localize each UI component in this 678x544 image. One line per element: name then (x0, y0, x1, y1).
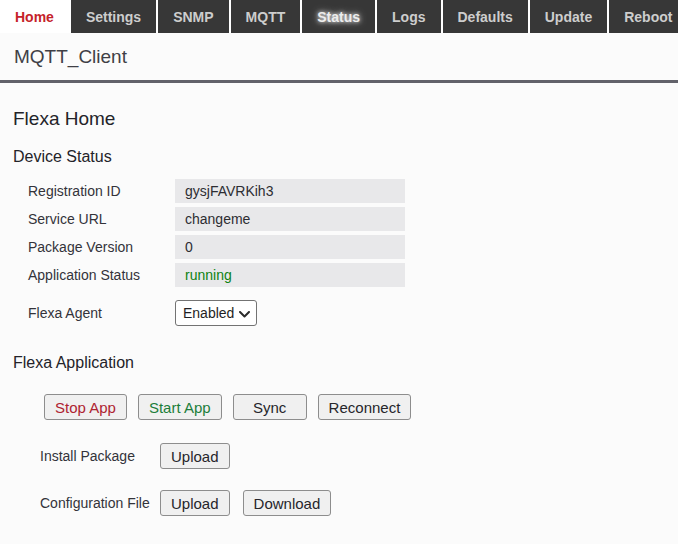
tab-update[interactable]: Update (530, 0, 607, 33)
top-nav: Home Settings SNMP MQTT Status Logs Defa… (0, 0, 678, 33)
package-version-label: Package Version (28, 239, 175, 255)
flexa-agent-selected-value: Enabled (183, 305, 234, 321)
package-version-value: 0 (175, 235, 405, 259)
device-status-fields: Registration ID gysjFAVRKih3 Service URL… (28, 179, 665, 326)
configuration-file-download-button[interactable]: Download (243, 490, 332, 516)
device-status-heading: Device Status (13, 148, 665, 166)
page-title: Flexa Home (13, 108, 665, 130)
tab-mqtt[interactable]: MQTT (231, 0, 301, 33)
configuration-file-upload-button[interactable]: Upload (160, 490, 230, 516)
tab-home[interactable]: Home (0, 0, 69, 33)
field-row-application-status: Application Status running (28, 263, 665, 287)
app-title: MQTT_Client (14, 46, 664, 68)
tab-settings[interactable]: Settings (71, 0, 156, 33)
field-row-flexa-agent: Flexa Agent Enabled (28, 300, 665, 326)
device-status-section: Device Status Registration ID gysjFAVRKi… (13, 148, 665, 326)
app-actions-row: Stop App Start App Sync Reconnect (44, 394, 665, 420)
flexa-agent-select[interactable]: Enabled (175, 300, 257, 326)
configuration-file-row: Configuration File Upload Download (40, 490, 665, 516)
tab-logs[interactable]: Logs (377, 0, 440, 33)
tab-reboot[interactable]: Reboot (609, 0, 678, 33)
install-package-label: Install Package (40, 448, 160, 464)
tab-defaults[interactable]: Defaults (443, 0, 528, 33)
tab-snmp[interactable]: SNMP (158, 0, 228, 33)
flexa-application-section: Flexa Application Stop App Start App Syn… (13, 354, 665, 516)
page-header: MQTT_Client (0, 33, 678, 83)
field-row-package-version: Package Version 0 (28, 235, 665, 259)
main-content: Flexa Home Device Status Registration ID… (0, 108, 678, 516)
service-url-value: changeme (175, 207, 405, 231)
install-package-row: Install Package Upload (40, 443, 665, 469)
sync-button[interactable]: Sync (233, 394, 307, 420)
configuration-file-label: Configuration File (40, 495, 160, 511)
field-row-service-url: Service URL changeme (28, 207, 665, 231)
service-url-label: Service URL (28, 211, 175, 227)
reconnect-button[interactable]: Reconnect (318, 394, 412, 420)
field-row-registration-id: Registration ID gysjFAVRKih3 (28, 179, 665, 203)
registration-id-label: Registration ID (28, 183, 175, 199)
start-app-button[interactable]: Start App (138, 394, 222, 420)
tab-status[interactable]: Status (302, 0, 375, 33)
flexa-agent-label: Flexa Agent (28, 305, 175, 321)
registration-id-value: gysjFAVRKih3 (175, 179, 405, 203)
install-package-upload-button[interactable]: Upload (160, 443, 230, 469)
flexa-application-heading: Flexa Application (13, 354, 665, 372)
application-status-value: running (175, 263, 405, 287)
application-status-label: Application Status (28, 267, 175, 283)
chevron-down-icon (234, 305, 250, 321)
stop-app-button[interactable]: Stop App (44, 394, 127, 420)
